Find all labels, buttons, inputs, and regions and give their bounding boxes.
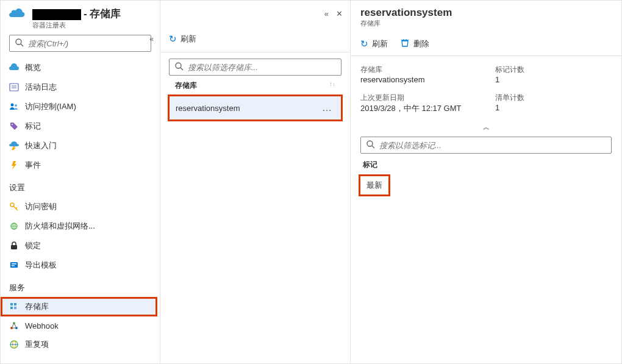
nav-label: 重复项 bbox=[25, 339, 49, 350]
svg-rect-18 bbox=[10, 303, 13, 305]
nav-firewall[interactable]: 防火墙和虚拟网络... bbox=[1, 216, 157, 236]
key-icon bbox=[9, 202, 19, 212]
refresh-icon: ↻ bbox=[360, 38, 368, 49]
sidebar-search[interactable] bbox=[9, 35, 151, 52]
svg-point-7 bbox=[12, 124, 13, 125]
nav-label: 导出模板 bbox=[25, 260, 57, 271]
svg-rect-21 bbox=[14, 307, 16, 309]
nav-label: 防火墙和虚拟网络... bbox=[25, 221, 95, 232]
svg-line-29 bbox=[181, 68, 183, 70]
sidebar-collapse-icon[interactable]: « bbox=[149, 35, 154, 43]
svg-line-10 bbox=[16, 207, 17, 209]
tag-search-input[interactable] bbox=[379, 141, 606, 150]
detail-toolbar: ↻ 刷新 删除 bbox=[351, 32, 621, 56]
search-icon bbox=[15, 38, 24, 49]
pane-close-icon[interactable]: ✕ bbox=[336, 9, 343, 18]
redacted-name bbox=[32, 9, 81, 20]
repositories-pane: « ✕ ↻ 刷新 存储库 ↑↓ reservationsystem … bbox=[160, 1, 351, 363]
section-services: 服务 bbox=[1, 275, 157, 297]
repo-search-input[interactable] bbox=[188, 63, 336, 72]
repo-icon bbox=[9, 302, 19, 312]
svg-line-34 bbox=[372, 146, 374, 148]
event-icon bbox=[9, 160, 19, 170]
nav-label: Webhook bbox=[25, 321, 59, 330]
nav-label: 标记 bbox=[25, 121, 41, 132]
nav-access-keys[interactable]: 访问密钥 bbox=[1, 197, 157, 216]
sort-icon[interactable]: ↑↓ bbox=[329, 80, 335, 91]
svg-point-33 bbox=[367, 141, 373, 146]
lock-icon bbox=[9, 241, 19, 251]
delete-icon bbox=[400, 38, 410, 49]
svg-rect-20 bbox=[10, 307, 13, 309]
sidebar-nav[interactable]: 概览 活动日志 访问控制(IAM) 标记 快速入门 事件 设置 访问密钥 bbox=[1, 58, 160, 363]
nav-iam[interactable]: 访问控制(IAM) bbox=[1, 97, 157, 116]
sidebar-header: - 存储库 容器注册表 bbox=[1, 1, 160, 35]
svg-point-0 bbox=[16, 39, 21, 45]
field-tagcount-value: 1 bbox=[495, 75, 612, 84]
iam-icon bbox=[9, 102, 19, 112]
search-icon bbox=[174, 62, 184, 73]
field-tagcount-label: 标记计数 bbox=[495, 65, 612, 75]
quickstart-icon bbox=[9, 141, 19, 151]
svg-rect-19 bbox=[14, 303, 16, 305]
page-title: - 存储库 bbox=[32, 7, 121, 21]
svg-point-5 bbox=[11, 104, 14, 107]
repo-list-header[interactable]: 存储库 ↑↓ bbox=[169, 76, 341, 96]
field-manifest-value: 1 bbox=[495, 103, 612, 112]
svg-point-28 bbox=[176, 63, 181, 68]
nav-label: 事件 bbox=[25, 160, 41, 171]
nav-locks[interactable]: 锁定 bbox=[1, 236, 157, 255]
nav-label: 概览 bbox=[25, 62, 41, 73]
svg-line-1 bbox=[21, 44, 23, 46]
nav-activity-log[interactable]: 活动日志 bbox=[1, 77, 157, 97]
detail-header: reservationsystem 存储库 bbox=[351, 1, 621, 32]
refresh-label: 刷新 bbox=[181, 34, 196, 45]
nav-webhooks[interactable]: Webhook bbox=[1, 316, 157, 335]
export-icon bbox=[9, 260, 19, 270]
nav-label: 访问密钥 bbox=[25, 201, 57, 212]
nav-label: 活动日志 bbox=[25, 82, 57, 93]
repo-search[interactable] bbox=[169, 59, 341, 76]
field-manifest-label: 清单计数 bbox=[495, 93, 612, 103]
detail-fields: 存储库 reservationsystem 标记计数 1 上次更新日期 2019… bbox=[351, 56, 621, 137]
section-settings: 设置 bbox=[1, 175, 157, 197]
more-icon[interactable]: … bbox=[320, 102, 335, 113]
detail-subtitle: 存储库 bbox=[360, 19, 612, 28]
repo-row[interactable]: reservationsystem … bbox=[169, 96, 341, 120]
tag-icon bbox=[9, 121, 19, 131]
nav-label: 存储库 bbox=[25, 301, 49, 312]
activity-log-icon bbox=[9, 82, 19, 92]
tags-section: 标记 最新 bbox=[351, 137, 621, 204]
svg-rect-17 bbox=[12, 265, 15, 266]
overview-icon bbox=[9, 63, 19, 73]
refresh-icon: ↻ bbox=[169, 34, 177, 45]
nav-replications[interactable]: 重复项 bbox=[1, 335, 157, 354]
svg-point-6 bbox=[15, 104, 17, 107]
tag-search[interactable] bbox=[360, 137, 612, 154]
search-icon bbox=[366, 140, 376, 151]
nav-export-template[interactable]: 导出模板 bbox=[1, 255, 157, 275]
svg-rect-14 bbox=[11, 245, 17, 249]
repository-detail-pane: reservationsystem 存储库 ↻ 刷新 删除 存储库 reserv… bbox=[351, 1, 621, 363]
tags-heading: 标记 bbox=[360, 154, 612, 176]
delete-button[interactable]: 删除 bbox=[400, 38, 429, 49]
nav-overview[interactable]: 概览 bbox=[1, 58, 157, 77]
nav-events[interactable]: 事件 bbox=[1, 155, 157, 175]
collapse-details-icon[interactable]: ︽ bbox=[360, 123, 612, 132]
repo-name: reservationsystem bbox=[176, 104, 240, 113]
pane-collapse-icon[interactable]: « bbox=[324, 9, 329, 18]
nav-label: 锁定 bbox=[25, 240, 41, 251]
nav-label: 快速入门 bbox=[25, 140, 57, 151]
nav-quickstart[interactable]: 快速入门 bbox=[1, 136, 157, 155]
refresh-button[interactable]: ↻ 刷新 bbox=[169, 34, 196, 45]
page-subtitle: 容器注册表 bbox=[32, 21, 121, 30]
tag-item[interactable]: 最新 bbox=[360, 176, 388, 194]
nav-tags[interactable]: 标记 bbox=[1, 116, 157, 136]
container-registry-icon bbox=[9, 8, 26, 20]
sidebar-search-input[interactable] bbox=[28, 39, 146, 48]
nav-label: 访问控制(IAM) bbox=[25, 101, 76, 112]
svg-rect-2 bbox=[10, 84, 18, 91]
nav-repositories[interactable]: 存储库 bbox=[1, 297, 157, 316]
field-repo-label: 存储库 bbox=[360, 65, 477, 75]
refresh-button[interactable]: ↻ 刷新 bbox=[360, 38, 388, 49]
